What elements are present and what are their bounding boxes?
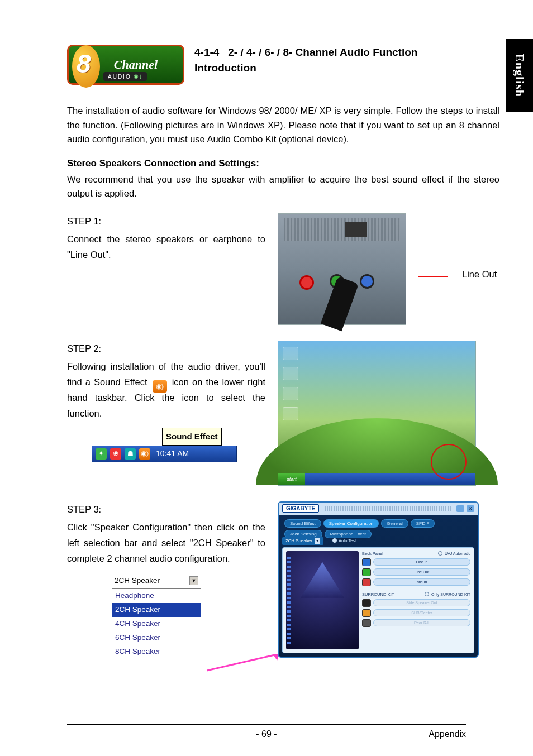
tray-icon-2: ❀ [110, 448, 121, 460]
jack-red-icon [299, 275, 314, 290]
step2-text: Following installation of the audio driv… [67, 358, 265, 421]
equalizer-icon [287, 557, 291, 644]
audio-badge: AUDIO ◉⦆ [103, 72, 147, 81]
sound-wave-icon: ◉⦆ [134, 73, 142, 80]
jack-rear-icon[interactable] [362, 619, 371, 627]
speaker-dropdown-screenshot: 2CH Speaker ▼ Headphone 2CH Speaker 4CH … [112, 573, 201, 659]
port-graphic [345, 222, 367, 237]
dropdown-selected[interactable]: 2CH Speaker ▼ [112, 573, 201, 589]
config-tabs: Sound Effect Speaker Configuration Gener… [279, 515, 478, 540]
gigabyte-brand: GIGABYTE [282, 504, 319, 513]
back-panel-label: Back Panel [362, 551, 383, 556]
tab-speaker-configuration[interactable]: Speaker Configuration [323, 519, 379, 528]
eight-badge-icon [72, 45, 100, 88]
windows-taskbar: ✦ ❀ ☗ ◉⦆ 10:41 AM [92, 446, 237, 462]
step3-label: STEP 3: [67, 501, 265, 517]
cable-graphic [321, 276, 359, 331]
jack-side-speaker-icon[interactable] [362, 599, 371, 607]
desktop-icon [283, 367, 298, 380]
line-out-callout: Line Out [462, 213, 507, 280]
jack-line-out-icon[interactable] [362, 568, 371, 576]
page-number: - 69 - [256, 729, 277, 739]
surround-kit-label: SURROUND-KIT [362, 592, 394, 597]
tab-microphone-effect[interactable]: Microphone Effect [325, 530, 372, 538]
auto-test[interactable]: Auto Test [332, 538, 356, 543]
step2-label: STEP 2: [67, 341, 265, 356]
jack-line-in-icon[interactable] [362, 558, 371, 566]
jack-sub-center-icon[interactable] [362, 609, 371, 617]
tab-spdif[interactable]: SPDIF [411, 519, 435, 528]
dropdown-option[interactable]: 4CH Speaker [112, 617, 201, 631]
tab-sound-effect[interactable]: Sound Effect [284, 519, 321, 528]
chevron-down-icon[interactable]: ▼ [315, 538, 320, 544]
logo-text: Channel [114, 59, 158, 71]
desktop-icon [283, 407, 298, 420]
dropdown-option[interactable]: Headphone [112, 589, 201, 603]
desktop-icon [283, 347, 298, 360]
tray-icon-3: ☗ [125, 448, 136, 460]
step3-text: Click "Speaker Configuration" then click… [67, 519, 265, 566]
tray-icon-1: ✦ [96, 448, 107, 460]
dropdown-option[interactable]: 6CH Speaker [112, 631, 201, 645]
channel-audio-logo: Channel AUDIO ◉⦆ [67, 45, 184, 85]
footer-section: Appendix [429, 729, 466, 739]
jack-mic-in-icon[interactable] [362, 578, 371, 586]
play-icon [332, 538, 337, 543]
dropdown-list: Headphone 2CH Speaker 4CH Speaker 6CH Sp… [112, 589, 201, 659]
chevron-down-icon[interactable]: ▼ [189, 576, 198, 585]
uaj-automatic[interactable]: UAJ Automatic [438, 551, 470, 556]
speaker-select[interactable]: 2CH Speaker ▼ [282, 537, 323, 545]
tray-sound-effect-icon[interactable]: ◉⦆ [139, 448, 150, 460]
tab-general[interactable]: General [381, 519, 408, 528]
intro-paragraph: The installation of audio software for W… [67, 104, 499, 147]
language-tab: English [506, 39, 533, 112]
close-button[interactable]: ✕ [467, 505, 474, 512]
desktop-icon [283, 387, 298, 400]
minimize-button[interactable]: — [456, 505, 464, 512]
stereo-paragraph: We recommend that you use the speaker wi… [67, 173, 499, 201]
only-surround-kit[interactable]: Only SURROUND-KIT [425, 592, 470, 596]
section-heading: 4-1-4 2- / 4- / 6- / 8- Channel Audio Fu… [194, 45, 417, 75]
step1-label: STEP 1: [67, 213, 265, 229]
step1-text: Connect the stereo speakers or earphone … [67, 231, 265, 262]
taskbar-clock: 10:41 AM [156, 447, 189, 461]
vent-graphic [284, 218, 400, 241]
taskbar-screenshot: Sound Effect ✦ ❀ ☗ ◉⦆ 10:41 AM [92, 428, 237, 462]
callout-line [418, 213, 450, 325]
sound-effect-tooltip: Sound Effect [162, 428, 222, 446]
dropdown-option[interactable]: 8CH Speaker [112, 645, 201, 659]
jack-blue-icon [360, 274, 374, 289]
svg-line-0 [207, 654, 279, 671]
rear-panel-photo [278, 213, 406, 325]
language-tab-label: English [512, 54, 527, 97]
start-button[interactable]: start [278, 473, 305, 485]
dropdown-option[interactable]: 2CH Speaker [112, 603, 201, 617]
footer-rule [67, 724, 466, 725]
page-footer: - 69 - Appendix [67, 729, 466, 739]
stereo-subheading: Stereo Speakers Connection and Settings: [67, 158, 499, 169]
window-titlebar: GIGABYTE — ✕ [279, 503, 478, 515]
sound-effect-icon: ◉⦆ [153, 380, 167, 393]
highlight-circle-icon [431, 444, 467, 480]
windows-desktop-screenshot: start [278, 341, 476, 486]
speaker-room-illustration [286, 551, 359, 649]
titlebar-grip [325, 506, 451, 511]
speaker-configuration-window: GIGABYTE — ✕ Sound Effect Speaker Config… [278, 501, 479, 658]
